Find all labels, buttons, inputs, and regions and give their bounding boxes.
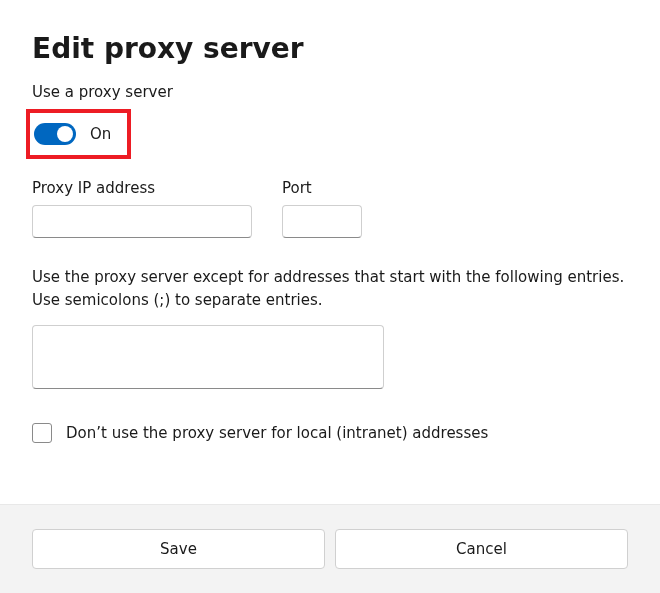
dialog-footer: Save Cancel: [0, 504, 660, 593]
ip-input[interactable]: [32, 205, 252, 238]
ip-field-group: Proxy IP address: [32, 179, 252, 238]
use-proxy-label: Use a proxy server: [32, 83, 628, 101]
toggle-state-label: On: [90, 125, 111, 143]
edit-proxy-dialog: Edit proxy server Use a proxy server On …: [0, 0, 660, 443]
local-bypass-checkbox[interactable]: [32, 423, 52, 443]
cancel-button[interactable]: Cancel: [335, 529, 628, 569]
exceptions-textarea[interactable]: [32, 325, 384, 389]
local-bypass-row: Don’t use the proxy server for local (in…: [32, 423, 628, 443]
proxy-toggle[interactable]: [34, 123, 76, 145]
port-input[interactable]: [282, 205, 362, 238]
toggle-highlight: On: [26, 109, 131, 159]
save-button[interactable]: Save: [32, 529, 325, 569]
port-field-group: Port: [282, 179, 362, 238]
ip-label: Proxy IP address: [32, 179, 252, 197]
address-port-row: Proxy IP address Port: [32, 179, 628, 238]
dialog-title: Edit proxy server: [32, 32, 628, 65]
local-bypass-label: Don’t use the proxy server for local (in…: [66, 424, 488, 442]
port-label: Port: [282, 179, 362, 197]
exceptions-description: Use the proxy server except for addresse…: [32, 266, 628, 311]
toggle-knob-icon: [57, 126, 73, 142]
